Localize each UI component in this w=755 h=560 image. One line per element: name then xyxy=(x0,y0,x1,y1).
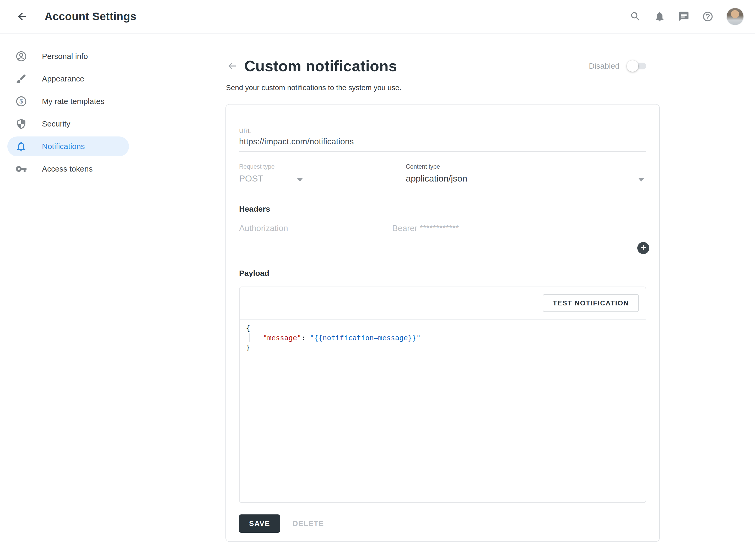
header-value-input[interactable] xyxy=(392,221,624,238)
plus-glyph: + xyxy=(640,243,646,253)
sidebar-item-notifications[interactable]: Notifications xyxy=(7,137,129,156)
sidebar-item-my-rate-templates[interactable]: $ My rate templates xyxy=(7,92,129,111)
page-back-icon[interactable] xyxy=(227,60,237,72)
sidebar-item-access-tokens[interactable]: Access tokens xyxy=(7,159,129,179)
shield-icon xyxy=(15,118,27,130)
page-subtitle: Send your custom notifications to the sy… xyxy=(226,83,660,92)
avatar[interactable] xyxy=(726,7,744,25)
content-type-value: application/json xyxy=(406,174,551,184)
code-token-key: "message" xyxy=(263,334,301,342)
notifications-bell-icon[interactable] xyxy=(654,11,665,22)
code-line: "message": "{{notification—message}}" xyxy=(246,333,646,343)
payload-toolbar: TEST NOTIFICATION xyxy=(239,287,646,320)
page-header: Custom notifications Disabled xyxy=(226,57,660,75)
payload-code-area[interactable]: { "message": "{{notification—message}}"} xyxy=(239,320,646,352)
enable-toggle[interactable] xyxy=(627,63,646,69)
code-token: { xyxy=(246,324,250,332)
topbar: Account Settings xyxy=(0,0,755,34)
toggle-status-label: Disabled xyxy=(589,62,619,71)
brush-icon xyxy=(15,73,27,85)
bell-icon xyxy=(15,140,27,153)
chevron-down-icon xyxy=(638,178,644,181)
toggle-knob xyxy=(627,60,638,72)
sidebar: Personal info Appearance $ My rate templ… xyxy=(0,34,136,542)
chat-icon[interactable] xyxy=(678,11,690,22)
code-token-value: "{{notification—message}}" xyxy=(310,334,421,342)
sidebar-item-label: Access tokens xyxy=(42,164,93,174)
plus-circle-icon[interactable]: + xyxy=(637,242,650,254)
headers-heading: Headers xyxy=(239,204,646,214)
sidebar-item-label: Personal info xyxy=(42,52,88,61)
request-type-value: POST xyxy=(239,174,305,184)
sidebar-item-label: Notifications xyxy=(42,142,85,151)
sidebar-item-appearance[interactable]: Appearance xyxy=(7,69,129,89)
key-icon xyxy=(15,163,27,175)
save-button[interactable]: SAVE xyxy=(239,515,280,533)
code-line: } xyxy=(246,343,646,352)
sidebar-item-label: My rate templates xyxy=(42,97,104,106)
search-icon[interactable] xyxy=(630,11,641,22)
request-type-label: Request type xyxy=(239,163,305,170)
url-label: URL xyxy=(239,127,646,135)
content-type-label: Content type xyxy=(406,163,551,170)
content-type-select[interactable]: Content type application/json xyxy=(317,163,646,188)
svg-text:$: $ xyxy=(19,98,23,105)
request-type-select[interactable]: Request type POST xyxy=(239,163,305,188)
test-notification-button[interactable]: TEST NOTIFICATION xyxy=(543,294,639,312)
sidebar-item-personal-info[interactable]: Personal info xyxy=(7,46,129,66)
code-token xyxy=(246,334,263,342)
payload-editor: TEST NOTIFICATION { "message": "{{notifi… xyxy=(239,286,646,503)
main-content: Custom notifications Disabled Send your … xyxy=(136,34,755,542)
page-title: Custom notifications xyxy=(244,57,397,75)
code-token: : xyxy=(301,334,310,342)
delete-button[interactable]: DELETE xyxy=(291,519,325,528)
back-icon[interactable] xyxy=(16,11,28,22)
app-title: Account Settings xyxy=(44,10,136,23)
url-input[interactable] xyxy=(239,135,646,152)
code-line: { xyxy=(246,323,646,333)
code-token: } xyxy=(246,343,250,352)
sidebar-item-security[interactable]: Security xyxy=(7,114,129,134)
chevron-down-icon xyxy=(297,178,303,181)
payload-heading: Payload xyxy=(239,269,646,278)
sidebar-item-label: Appearance xyxy=(42,74,84,83)
help-icon[interactable] xyxy=(702,11,714,22)
person-circle-icon xyxy=(15,50,27,62)
dollar-circle-icon: $ xyxy=(15,95,27,107)
url-field: URL xyxy=(239,127,646,152)
notification-settings-card: URL Request type POST Content type appli… xyxy=(226,104,660,542)
header-name-input[interactable] xyxy=(239,221,381,238)
sidebar-item-label: Security xyxy=(42,119,70,128)
